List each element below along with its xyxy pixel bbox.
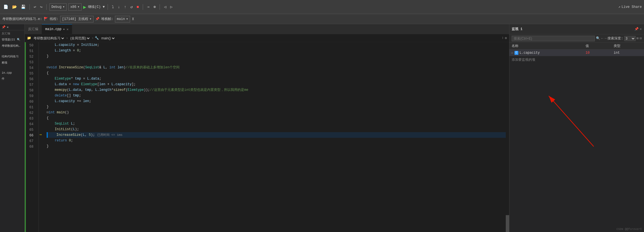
restart-icon[interactable]: ↺ — [129, 4, 134, 10]
col-name-header: 名称 — [512, 44, 586, 48]
breadcrumb-function-select[interactable]: main() — [100, 36, 115, 40]
watch-search-input[interactable] — [512, 36, 595, 41]
code-line-54: ⊟void IncreaseSize(SeqList& L, int len)/… — [47, 65, 506, 70]
columns-icon[interactable]: ⊟ — [640, 36, 642, 40]
watch-var-name: L.capacity — [520, 51, 540, 55]
expand-icon[interactable]: ⊞ — [637, 36, 639, 40]
sidebar-item-disassembly: 反汇编 — [0, 30, 24, 37]
sidebar-maincpp[interactable]: in.cpp — [0, 70, 24, 76]
code-line-62: ⊟int main() — [47, 110, 506, 115]
stack-label: 堆栈帧: — [101, 17, 113, 21]
line-num-61: 61 — [25, 105, 36, 110]
code-line-64: SeqList L; — [47, 121, 506, 127]
code-line-65: InitList(L); — [47, 127, 506, 132]
sidebar-header: 📌 ✕ — [0, 24, 24, 30]
close-icon[interactable]: ✕ — [640, 27, 642, 31]
open-icon[interactable]: 📂 — [11, 4, 18, 10]
code-line-50: L.capacity = InitSize; — [47, 42, 506, 48]
flag-icon: 🚩 — [44, 17, 48, 21]
code-line-61: } — [47, 104, 506, 110]
sidebar-file[interactable]: 件 — [0, 76, 24, 82]
sidebar-project[interactable]: 考研数据结构代码 — [0, 43, 24, 49]
code-line-66: IncreaseSize(L, 5); 已用时间 <= 1ms — [47, 132, 506, 138]
breadcrumb-sep-1: › — [66, 36, 68, 40]
editor-container: 反汇编 main.cpp ● ✕ 📁 考研数据结构练习 › (全局范围) › 🔧… — [25, 24, 509, 232]
pin-icon[interactable]: 📌 — [634, 27, 639, 31]
close-icon[interactable]: ✕ — [7, 25, 9, 29]
line-numbers: 50 51 52 53 54 55 56 57 58 59 60 61 62 6… — [25, 42, 39, 232]
code-area: 50 51 52 53 54 55 56 57 58 59 60 61 62 6… — [25, 42, 509, 232]
stop-icon[interactable]: ■ — [135, 4, 140, 10]
undo-icon[interactable]: ↩ — [33, 4, 37, 10]
continue-button[interactable]: ▶ — [83, 4, 86, 10]
panel-title: 监视 1 — [512, 27, 522, 31]
expand-arrow: ▷ — [512, 51, 513, 55]
live-share-button[interactable]: ↗ Live Share — [618, 5, 642, 9]
platform-dropdown[interactable]: x86 ▾ — [68, 3, 81, 11]
pin-icon: 📌 — [2, 25, 6, 29]
line-num-62: 62 — [25, 110, 36, 116]
sidebar-blank3 — [0, 66, 24, 68]
code-line-57: L.data = new Elemtype[len + L.capacity]; — [47, 82, 506, 87]
breadcrumb-project-select[interactable]: 考研数据结构练习 — [32, 36, 65, 40]
stack-dropdown[interactable]: main ▾ — [115, 16, 130, 22]
tab-maincpp[interactable]: main.cpp ● ✕ — [42, 24, 72, 34]
platform-label: x86 — [70, 5, 76, 9]
add-item-label: 添加要监视的项 — [512, 58, 535, 62]
minimap[interactable] — [506, 42, 509, 232]
line-num-63: 63 — [25, 116, 36, 121]
debug-toolbar: 考研数据结构代码练习.e: 🚩 线程: [17148] 主线程 ▾ 📌 堆栈帧:… — [0, 14, 644, 24]
chevron-icon: ▾ — [78, 5, 80, 9]
line-num-66: 66 — [25, 133, 36, 138]
watch-table: ▷ C L.capacity 10 int 添加要监视的项 — [509, 49, 644, 141]
green-status-bar — [25, 42, 26, 232]
thread-label: 线程: — [50, 17, 58, 21]
step-out-icon[interactable]: ↑ — [123, 4, 127, 10]
folder-icon: 📁 — [27, 36, 31, 40]
tab-bar: 反汇编 main.cpp ● ✕ — [25, 24, 509, 34]
watch-add-item[interactable]: 添加要监视的项 — [509, 56, 644, 63]
left-sidebar: 📌 ✕ 反汇编 管理器(Ct 🔍 考研数据结构代码 结构代码练习 赖项 in.c… — [0, 24, 25, 232]
tab-disassembly[interactable]: 反汇编 — [25, 24, 42, 34]
line-num-53: 53 — [25, 60, 36, 65]
line-num-54: 54 — [25, 65, 36, 71]
line-num-56: 56 — [25, 76, 36, 82]
main-toolbar: 📄 📂 💾 ↩ ↪ Debug ▾ x86 ▾ ▶ 继续(C) ▼ ⤵ ↓ ↑ … — [0, 0, 644, 14]
nav-back-icon[interactable]: ◁ — [163, 4, 167, 10]
line-num-64: 64 — [25, 121, 36, 127]
save-icon[interactable]: 💾 — [20, 4, 27, 10]
line-num-51: 51 — [25, 48, 36, 54]
nav-fwd-icon[interactable]: → — [604, 37, 606, 40]
search-icon[interactable]: 🔍 — [596, 36, 600, 40]
nav-fwd-icon[interactable]: ▷ — [169, 4, 174, 10]
step-into-icon[interactable]: ↓ — [117, 4, 121, 10]
panel-header: 监视 1 📌 ✕ — [509, 24, 644, 34]
separator-3 — [108, 4, 108, 10]
separator-5 — [160, 4, 160, 10]
col-type-header: 类型 — [614, 44, 642, 48]
code-content[interactable]: L.capacity = InitSize; L.length = 0; } ⊟… — [46, 42, 506, 232]
nav-back-icon[interactable]: ← — [601, 37, 603, 40]
tab-close-icon[interactable]: ✕ — [67, 27, 69, 31]
sidebar-struct[interactable]: 结构代码练习 — [0, 53, 24, 60]
debug-mode-dropdown[interactable]: Debug ▾ — [49, 3, 67, 11]
search-depth-label: 搜索深度: — [607, 36, 623, 41]
step-over-icon[interactable]: ⤵ — [111, 4, 115, 10]
cursor-icon[interactable]: ⇒ — [146, 4, 150, 10]
separator-4 — [143, 4, 143, 10]
sidebar-manager[interactable]: 管理器(Ct 🔍 — [0, 37, 24, 43]
thread-dropdown[interactable]: [17148] 主线程 ▾ — [60, 16, 94, 22]
settings-icon[interactable]: ⚙ — [505, 36, 507, 40]
sidebar-deps[interactable]: 赖项 — [0, 60, 24, 66]
line-num-59: 59 — [25, 93, 36, 99]
redo-icon[interactable]: ↪ — [39, 4, 43, 10]
expand-panel-icon[interactable]: ↕ — [502, 36, 504, 40]
watermark: CSDN @@forever© — [616, 228, 642, 231]
code-line-58: memcpy(L.data, tmp, L.length*sizeof(Elem… — [47, 87, 506, 93]
search-depth-select[interactable]: 3 — [624, 36, 636, 41]
watch-row-lcapacity[interactable]: ▷ C L.capacity 10 int — [509, 49, 644, 56]
breadcrumb-scope-select[interactable]: (全局范围) — [69, 36, 90, 40]
breakpoint-icon[interactable]: ⊕ — [152, 4, 157, 10]
new-file-icon[interactable]: 📄 — [2, 4, 9, 10]
tab-maincpp-label: main.cpp — [45, 27, 62, 31]
